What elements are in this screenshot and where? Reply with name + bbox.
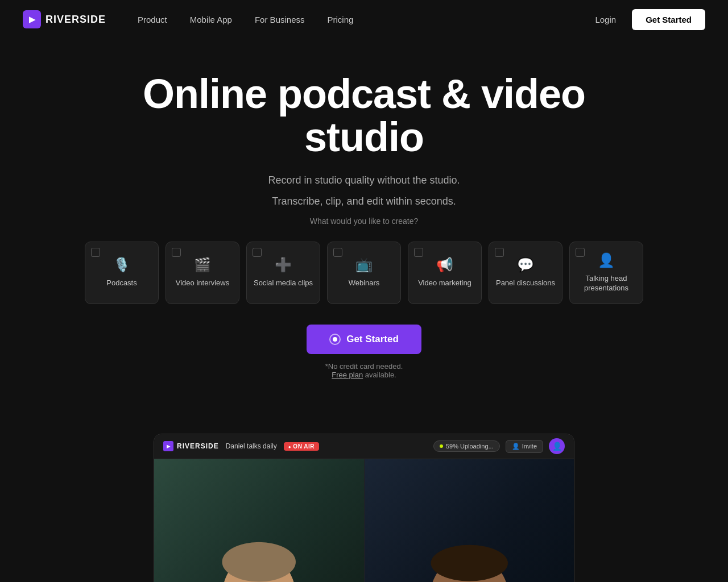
card-checkbox-video-interviews[interactable] [172, 248, 181, 257]
nav-link-for-business[interactable]: For Business [246, 10, 314, 29]
card-webinars[interactable]: 📺 Webinars [327, 242, 401, 304]
upload-dot [440, 444, 443, 448]
preview-topbar: ▶ RIVERSIDE Daniel talks daily ● ON AIR … [154, 434, 574, 459]
preview-session-name: Daniel talks daily [226, 442, 277, 450]
svg-point-14 [431, 545, 507, 581]
record-icon [329, 334, 341, 345]
card-label-podcasts: Podcasts [106, 278, 136, 288]
logo-symbol: ▶ [29, 15, 35, 24]
card-checkbox-panel-discussions[interactable] [495, 248, 504, 257]
card-label-video-interviews: Video interviews [176, 278, 229, 288]
card-checkbox-webinars[interactable] [333, 248, 342, 257]
login-button[interactable]: Login [588, 10, 623, 29]
cta-note: *No credit card needed. Free plan availa… [23, 362, 705, 379]
card-video-marketing[interactable]: 📢 Video marketing [408, 242, 482, 304]
video-interviews-icon: 🎬 [194, 257, 211, 273]
cta-button-label: Get Started [346, 334, 399, 345]
card-label-talking-head: Talking head presentations [574, 274, 638, 293]
preview-avatar: 👤 [549, 438, 565, 454]
preview-bar-right: 59% Uploading... 👤 Invite 👤 [433, 438, 565, 454]
nav-links: Product Mobile App For Business Pricing [129, 10, 588, 29]
card-talking-head[interactable]: 👤 Talking head presentations [569, 242, 643, 304]
app-preview: ▶ RIVERSIDE Daniel talks daily ● ON AIR … [154, 434, 574, 582]
card-checkbox-social-media-clips[interactable] [253, 248, 262, 257]
cta-section: Get Started *No credit card needed. Free… [23, 325, 705, 379]
card-podcasts[interactable]: 🎙️ Podcasts [85, 242, 159, 304]
preview-logo-icon: ▶ [163, 441, 173, 451]
card-checkbox-talking-head[interactable] [576, 248, 585, 257]
card-label-webinars: Webinars [349, 278, 380, 288]
preview-invite-button[interactable]: 👤 Invite [506, 440, 543, 453]
content-type-cards: 🎙️ Podcasts 🎬 Video interviews ➕ Social … [80, 242, 648, 304]
get-started-cta-button[interactable]: Get Started [307, 325, 421, 354]
get-started-nav-button[interactable]: Get Started [632, 9, 705, 30]
svg-point-4 [222, 542, 296, 582]
podcast-icon: 🎙️ [113, 257, 130, 273]
hero-title: Online podcast & video studio [108, 73, 620, 159]
nav-link-mobile-app[interactable]: Mobile App [181, 10, 241, 29]
social-media-clips-icon: ➕ [275, 257, 292, 273]
webinars-icon: 📺 [355, 257, 373, 273]
card-video-interviews[interactable]: 🎬 Video interviews [166, 242, 239, 304]
record-dot [333, 337, 337, 342]
cta-available-text: available. [363, 371, 396, 379]
navbar: ▶ RIVERSIDE Product Mobile App For Busin… [0, 0, 728, 39]
hero-subtitle-line1: Record in studio quality without the stu… [23, 172, 705, 189]
preview-upload-badge: 59% Uploading... [433, 440, 500, 452]
talking-head-icon: 👤 [598, 252, 615, 268]
nav-link-product[interactable]: Product [129, 10, 176, 29]
card-label-panel-discussions: Panel discussions [496, 278, 555, 288]
hero-subtitle-line2: Transcribe, clip, and edit within second… [23, 193, 705, 210]
hero-question: What would you like to create? [23, 217, 705, 226]
cta-no-credit-card: *No credit card needed. [325, 362, 403, 371]
preview-video-area: Daniel [154, 459, 574, 582]
hero-section: Online podcast & video studio Record in … [0, 39, 728, 411]
card-label-video-marketing: Video marketing [418, 278, 471, 288]
video-marketing-icon: 📢 [436, 257, 453, 273]
video-pane-right: Stephan [364, 459, 574, 582]
nav-link-pricing[interactable]: Pricing [318, 10, 363, 29]
panel-discussions-icon: 💬 [517, 257, 534, 273]
card-social-media-clips[interactable]: ➕ Social media clips [246, 242, 320, 304]
card-checkbox-video-marketing[interactable] [414, 248, 423, 257]
nav-actions: Login Get Started [588, 9, 705, 30]
logo-icon: ▶ [23, 10, 41, 28]
logo[interactable]: ▶ RIVERSIDE [23, 10, 106, 28]
preview-live-badge: ● ON AIR [284, 442, 319, 451]
video-pane-left: Daniel [154, 459, 364, 582]
card-panel-discussions[interactable]: 💬 Panel discussions [489, 242, 562, 304]
preview-logo: ▶ RIVERSIDE [163, 441, 219, 451]
invite-icon: 👤 [512, 443, 520, 450]
card-checkbox-podcasts[interactable] [91, 248, 100, 257]
logo-text: RIVERSIDE [46, 14, 106, 26]
card-label-social-media-clips: Social media clips [254, 278, 313, 288]
free-plan-link[interactable]: Free plan [332, 371, 363, 379]
